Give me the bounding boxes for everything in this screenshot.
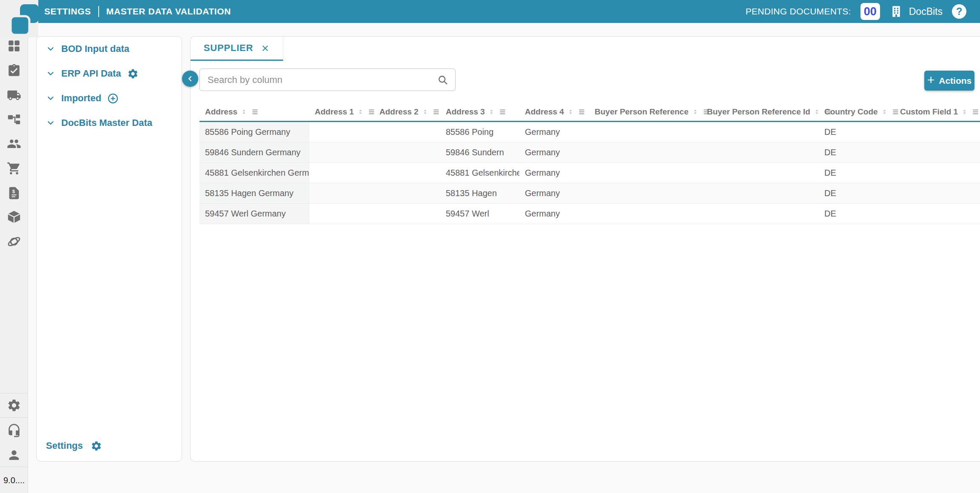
search-icon[interactable]: [437, 74, 449, 86]
cell-address-2: [374, 122, 440, 142]
chevron-down-icon: [46, 118, 55, 128]
cell-country-code: DE: [819, 183, 895, 203]
panel-item-docbits-master-data[interactable]: DocBits Master Data: [37, 111, 182, 135]
table-row[interactable]: 85586 Poing Germany 85586 Poing Germany …: [199, 122, 980, 142]
cell-country-code: DE: [819, 163, 895, 183]
settings-gear-icon[interactable]: [7, 398, 21, 413]
column-header-country-code[interactable]: Country Code: [819, 107, 895, 117]
column-header-label: Buyer Person Reference Id: [707, 107, 810, 117]
cell-address-4: Germany: [519, 163, 589, 183]
column-menu-icon[interactable]: [971, 108, 980, 116]
cell-address-3: 58135 Hagen: [440, 183, 519, 203]
sort-icon[interactable]: [567, 107, 574, 117]
panel-settings[interactable]: Settings: [46, 437, 102, 454]
column-header-buyer-person-reference-id[interactable]: Buyer Person Reference Id: [701, 107, 819, 117]
cell-address-1: [309, 163, 374, 183]
cell-buyer-person-reference-id: [701, 183, 819, 203]
plus-icon: +: [927, 74, 935, 86]
gear-icon[interactable]: [91, 440, 102, 452]
table-row[interactable]: 45881 Gelsenkirchen Germany 45881 Gelsen…: [199, 163, 980, 183]
panel-collapse-button[interactable]: [182, 71, 198, 87]
column-header-label: Address 4: [525, 107, 564, 117]
column-menu-icon[interactable]: [577, 108, 586, 116]
sort-icon[interactable]: [422, 107, 428, 117]
cell-buyer-person-reference-id: [701, 163, 819, 183]
support-headset-icon[interactable]: [7, 423, 21, 438]
tab-supplier[interactable]: SUPPLIER: [191, 37, 283, 61]
column-header-address-3[interactable]: Address 3: [440, 107, 519, 117]
column-header-address-4[interactable]: Address 4: [519, 107, 589, 117]
tasks-clipboard-icon[interactable]: [7, 63, 21, 78]
cell-buyer-person-reference: [589, 183, 701, 203]
org-switcher[interactable]: DocBits: [889, 5, 943, 18]
shopping-cart-icon[interactable]: [7, 161, 21, 176]
sort-icon[interactable]: [692, 107, 698, 117]
column-menu-icon[interactable]: [432, 108, 441, 116]
user-profile-icon[interactable]: [7, 448, 21, 462]
plus-circle-icon[interactable]: [107, 93, 119, 104]
topbar: SETTINGS MASTER DATA VALIDATION PENDING …: [38, 0, 980, 23]
column-header-buyer-person-reference[interactable]: Buyer Person Reference: [589, 107, 701, 117]
workflow-sitemap-icon[interactable]: [7, 113, 21, 127]
panel-settings-label: Settings: [46, 440, 83, 451]
integrations-orbit-icon[interactable]: [7, 234, 21, 249]
chevron-down-icon: [46, 44, 55, 54]
cell-buyer-person-reference: [589, 142, 701, 162]
cell-buyer-person-reference: [589, 122, 701, 142]
cell-address-2: [374, 142, 440, 162]
actions-button[interactable]: + Actions: [924, 71, 974, 91]
package-box-icon[interactable]: [7, 210, 21, 224]
cell-address: 45881 Gelsenkirchen Germany: [199, 163, 309, 183]
table-row[interactable]: 59457 Werl Germany 59457 Werl Germany DE: [199, 204, 980, 224]
column-header-label: Country Code: [824, 107, 878, 117]
column-header-custom-field-1[interactable]: Custom Field 1: [895, 107, 980, 117]
column-menu-icon[interactable]: [498, 108, 507, 116]
search-input[interactable]: [199, 68, 456, 91]
panel-item-erp-api-data[interactable]: ERP API Data: [37, 61, 182, 86]
column-menu-icon[interactable]: [251, 108, 259, 116]
panel-item-bod-input-data[interactable]: BOD Input data: [37, 37, 182, 61]
table-header-row: Address Address 1 Address 2 Address 3 Ad: [199, 103, 980, 122]
sort-icon[interactable]: [357, 107, 364, 117]
column-header-address[interactable]: Address: [199, 107, 309, 117]
cell-country-code: DE: [819, 142, 895, 162]
gear-icon[interactable]: [127, 68, 139, 80]
chevron-down-icon: [46, 69, 55, 78]
cell-address-3: 45881 Gelsenkirchen: [440, 163, 519, 183]
invoice-document-icon[interactable]: $: [7, 186, 21, 200]
sort-icon[interactable]: [961, 107, 968, 117]
cell-custom-field-1: [895, 204, 980, 224]
column-header-address-1[interactable]: Address 1: [309, 107, 374, 117]
cell-address-4: Germany: [519, 142, 589, 162]
help-icon[interactable]: ?: [952, 4, 966, 19]
rail-divider: [0, 467, 28, 467]
table-row[interactable]: 59846 Sundern Germany 59846 Sundern Germ…: [199, 142, 980, 163]
cell-address: 58135 Hagen Germany: [199, 183, 309, 203]
panel-item-imported[interactable]: Imported: [37, 86, 182, 111]
column-search: [199, 68, 456, 91]
people-icon[interactable]: [7, 137, 21, 151]
column-header-address-2[interactable]: Address 2: [374, 107, 440, 117]
column-header-label: Address: [205, 107, 237, 117]
panel-item-label: Imported: [61, 93, 101, 104]
close-icon[interactable]: [261, 44, 270, 53]
actions-button-label: Actions: [939, 76, 971, 86]
cell-address-3: 85586 Poing: [440, 122, 519, 142]
cell-country-code: DE: [819, 204, 895, 224]
panel-item-label: ERP API Data: [61, 68, 121, 79]
cell-address-1: [309, 142, 374, 162]
panel-item-label: DocBits Master Data: [61, 117, 152, 128]
column-header-label: Address 2: [379, 107, 419, 117]
cell-buyer-person-reference: [589, 204, 701, 224]
sort-icon[interactable]: [241, 107, 247, 117]
dashboard-icon[interactable]: [7, 39, 21, 53]
table-row[interactable]: 58135 Hagen Germany 58135 Hagen Germany …: [199, 183, 980, 204]
sort-icon[interactable]: [881, 107, 888, 117]
cell-custom-field-1: [895, 122, 980, 142]
breadcrumb-settings[interactable]: SETTINGS: [44, 6, 91, 17]
cell-buyer-person-reference: [589, 163, 701, 183]
sort-icon[interactable]: [488, 107, 495, 117]
shipping-truck-icon[interactable]: [7, 88, 21, 103]
cell-buyer-person-reference-id: [701, 122, 819, 142]
icon-rail: $: [0, 23, 28, 493]
